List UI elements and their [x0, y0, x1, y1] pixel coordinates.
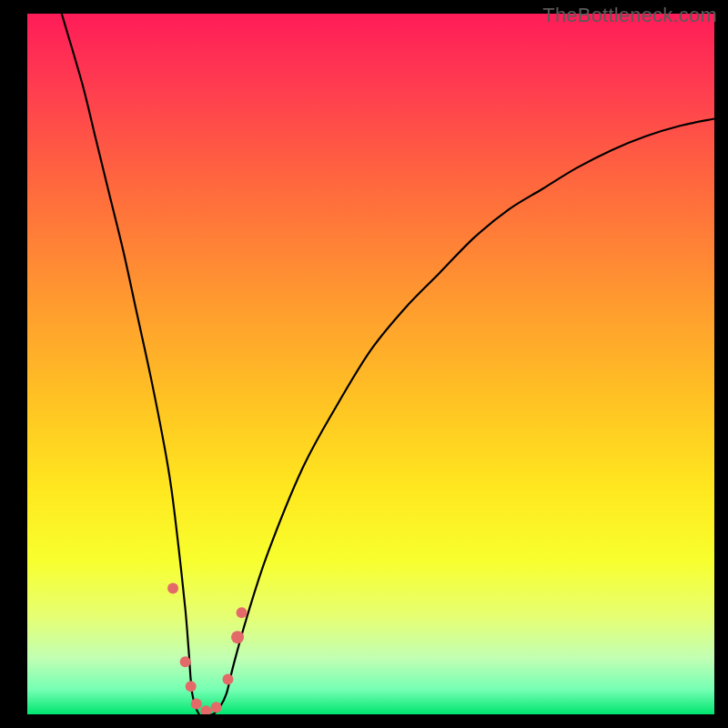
data-marker	[237, 607, 248, 618]
gradient-background	[27, 14, 714, 714]
data-marker	[231, 631, 244, 643]
data-marker	[222, 674, 233, 685]
data-marker	[167, 582, 178, 593]
chart-frame	[27, 14, 714, 714]
data-marker	[211, 702, 222, 713]
data-marker	[180, 656, 191, 667]
data-marker	[186, 681, 197, 692]
bottleneck-chart	[27, 14, 714, 714]
data-marker	[191, 698, 202, 709]
watermark-text: TheBottleneck.com	[542, 4, 717, 27]
